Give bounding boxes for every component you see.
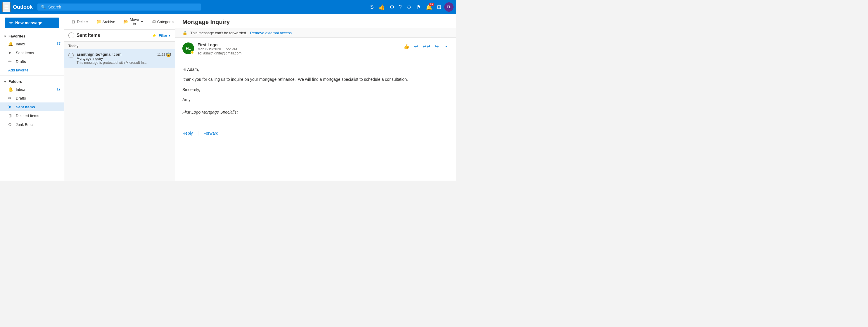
forward-email-button[interactable]: ↪ [433, 43, 440, 50]
hamburger-menu-icon[interactable]: ☰ [2, 2, 10, 12]
archive-icon: 📁 [96, 19, 101, 24]
delete-button[interactable]: 🗑 Delete [68, 18, 91, 25]
inbox-icon: 🔔 [8, 42, 13, 46]
move-to-button[interactable]: 📂 Move to ▼ [120, 16, 147, 28]
apps-icon[interactable]: ⊞ [435, 3, 443, 11]
more-email-actions-button[interactable]: ··· [442, 43, 449, 50]
chevron-down-filter-icon: ▼ [168, 34, 171, 37]
topbar: ☰ Outlook 🔍 S 👍 ⚙ ? ☺ ⚑ 🔔 19 ⊞ FL [0, 0, 456, 14]
email-preview: This message is protected with Microsoft… [76, 61, 154, 65]
settings-icon[interactable]: ⚙ [388, 3, 396, 11]
email-list-toolbar: 🗑 Delete 📁 Archive 📂 Move to ▼ 🏷 Categor… [64, 14, 175, 30]
email-date: Mon 6/15/2020 11:22 PM [197, 47, 398, 51]
folders-section-header[interactable]: ▼ Folders [0, 77, 64, 85]
sidebar-item-sent-favorites[interactable]: ➤ Sent Items [0, 48, 64, 57]
tag-icon: 🏷 [152, 19, 156, 24]
archive-button[interactable]: 📁 Archive [93, 18, 118, 25]
email-list-header: Sent Items ★ Filter ▼ [64, 30, 175, 42]
email-checkbox[interactable] [68, 53, 74, 58]
chevron-down-icon-2: ▼ [3, 80, 7, 83]
select-all-checkbox[interactable] [68, 32, 74, 38]
add-favorite-button[interactable]: Add favorite [0, 66, 64, 74]
notifications-icon[interactable]: 🔔 19 [424, 3, 434, 11]
reply-email-button[interactable]: ↩ [412, 43, 420, 50]
user-avatar[interactable]: FL [444, 2, 454, 12]
email-body: Hi Adam, thank you for calling us to inq… [175, 60, 456, 125]
sidebar-divider [0, 76, 64, 76]
compose-icon: ✏ [9, 21, 13, 25]
email-from: asmithignite@gmail.com [76, 52, 154, 56]
body-content: thank you for calling us to inquire on y… [182, 76, 449, 83]
footer-separator: | [197, 131, 199, 136]
sidebar-item-drafts[interactable]: ✏ Drafts [0, 94, 64, 103]
topbar-actions: S 👍 ⚙ ? ☺ ⚑ 🔔 19 ⊞ FL [369, 2, 454, 12]
body-name: Amy [182, 96, 449, 103]
sidebar-item-inbox[interactable]: 🔔 Inbox 17 [0, 85, 64, 94]
flag-icon[interactable]: ⚑ [415, 3, 423, 11]
security-lock-icon: 🔒 [182, 30, 187, 35]
junk-folder-icon: ⊘ [8, 122, 13, 127]
app-title: Outlook [13, 4, 33, 10]
lock-icon: 🔒 [166, 52, 171, 57]
favorite-star-icon[interactable]: ★ [152, 33, 156, 38]
search-bar[interactable]: 🔍 [37, 3, 201, 10]
drafts-folder-icon: ✏ [8, 96, 13, 101]
email-reading-pane: Mortgage Inquiry 🔒 This message can't be… [175, 14, 456, 181]
chevron-down-icon: ▼ [3, 34, 7, 38]
sidebar-item-inbox-favorites[interactable]: 🔔 Inbox 17 [0, 39, 64, 48]
email-footer-actions: Reply | Forward [175, 125, 456, 141]
sidebar-item-deleted[interactable]: 🗑 Deleted Items [0, 111, 64, 120]
sidebar: ✏ New message ▼ Favorites 🔔 Inbox 17 ➤ S… [0, 14, 64, 181]
search-input[interactable] [48, 5, 197, 9]
email-meta: First Logo Mon 6/15/2020 11:22 PM To: as… [197, 43, 398, 55]
email-subject-title: Mortgage Inquiry [175, 14, 456, 28]
filter-button[interactable]: Filter ▼ [159, 33, 171, 38]
folder-title: Sent Items [76, 33, 150, 38]
skype-icon[interactable]: S [369, 3, 376, 11]
like-email-button[interactable]: 👍 [402, 43, 411, 50]
sidebar-item-junk[interactable]: ⊘ Junk Email [0, 120, 64, 129]
sent-folder-icon: ➤ [8, 105, 13, 109]
email-list-item[interactable]: asmithignite@gmail.com Mortgage Inquiry … [64, 49, 175, 68]
remove-access-link[interactable]: Remove external access [250, 31, 292, 35]
reply-all-email-button[interactable]: ↩↩ [421, 43, 432, 50]
deleted-folder-icon: 🗑 [8, 113, 13, 118]
body-sincerely: Sincerely, [182, 86, 449, 93]
body-signature: First Logo Mortgage Specialist [182, 109, 449, 115]
notification-badge: 19 [429, 3, 434, 6]
move-icon: 📂 [123, 19, 128, 24]
send-feedback-icon[interactable]: 👍 [377, 3, 386, 11]
sender-name: First Logo [197, 43, 398, 47]
reply-button[interactable]: Reply [182, 130, 193, 137]
email-subject: Mortgage Inquiry [76, 56, 154, 61]
drafts-icon: ✏ [8, 59, 13, 64]
forward-button[interactable]: Forward [204, 130, 218, 137]
sidebar-item-drafts-favorites[interactable]: ✏ Drafts [0, 57, 64, 66]
email-header-row: FL First Logo Mon 6/15/2020 11:22 PM To:… [175, 38, 456, 60]
help-icon[interactable]: ? [397, 3, 404, 11]
emoji-icon[interactable]: ☺ [405, 3, 413, 11]
new-message-button[interactable]: ✏ New message [5, 18, 59, 28]
email-action-buttons: 👍 ↩ ↩↩ ↪ ··· [402, 43, 449, 50]
search-icon: 🔍 [41, 5, 46, 9]
delete-icon: 🗑 [71, 19, 75, 24]
email-to: To: asmithignite@gmail.com [197, 51, 398, 55]
inbox-folder-icon: 🔔 [8, 87, 13, 92]
body-greeting: Hi Adam, [182, 66, 449, 73]
security-notice: 🔒 This message can't be forwarded. Remov… [175, 28, 456, 38]
chevron-down-move-icon: ▼ [141, 20, 144, 23]
favorites-section-header[interactable]: ▼ Favorites [0, 32, 64, 39]
sent-icon: ➤ [8, 50, 13, 55]
sidebar-item-sent[interactable]: ➤ Sent Items [0, 103, 64, 111]
email-content: asmithignite@gmail.com Mortgage Inquiry … [76, 52, 154, 65]
sender-avatar: FL [182, 43, 194, 54]
date-group-label: Today [64, 42, 175, 49]
status-dot [191, 51, 194, 54]
main-layout: ✏ New message ▼ Favorites 🔔 Inbox 17 ➤ S… [0, 14, 456, 181]
email-list-panel: 🗑 Delete 📁 Archive 📂 Move to ▼ 🏷 Categor… [64, 14, 175, 181]
